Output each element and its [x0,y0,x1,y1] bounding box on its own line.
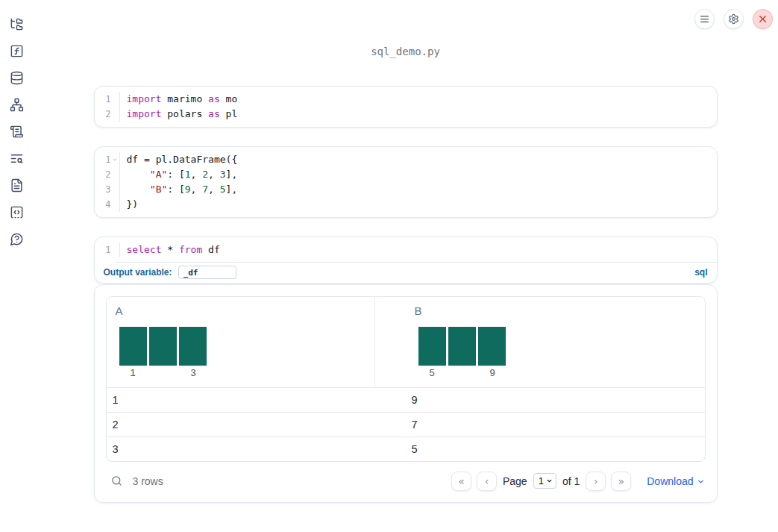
table-cell: 1 [107,388,406,412]
folder-tree-icon [10,17,24,31]
notebook-filename[interactable]: sql_demo.py [33,0,778,57]
table-row: 27 [107,413,705,437]
table-search-button[interactable] [110,475,123,487]
code-cell-dataframe[interactable]: 1df = pl.DataFrame({2 "A": [1, 2, 3],3 "… [94,146,718,218]
page-select-value: 1 [539,475,544,486]
chevron-left-icon: ‹ [485,476,489,486]
code-line: 1df = pl.DataFrame({ [95,152,717,167]
line-number: 2 [95,167,111,182]
sidebar-item-snippets[interactable] [9,205,24,219]
fold-spacer [111,242,119,257]
code-square-icon [10,205,24,219]
shutdown-button[interactable] [753,9,773,29]
page-of-label: of 1 [562,475,580,487]
code-editor-line[interactable]: "A": [1, 2, 3], [119,167,717,182]
sidebar-item-variables[interactable] [9,44,24,58]
notebook: 1import marimo as mo2import polars as pl… [94,86,718,503]
download-button[interactable]: Download [647,475,704,487]
histogram-bar [119,327,147,366]
table-header-row: A 13 B 59 [107,297,705,388]
chevron-right-icon: › [594,476,598,486]
function-square-icon [10,44,24,58]
table-cell: 2 [107,413,406,436]
chevron-down-icon [697,478,705,486]
line-gutter: 1 [95,152,119,167]
line-gutter: 3 [95,182,119,197]
line-gutter: 2 [95,167,119,182]
fold-spacer [111,167,119,182]
code-line: 2 "A": [1, 2, 3], [95,167,717,182]
code-cell-imports[interactable]: 1import marimo as mo2import polars as pl [94,86,718,128]
list-search-icon [10,151,24,166]
table-footer: 3 rows « ‹ Page 1 of 1 › » Download [106,471,706,491]
histogram-bar [478,327,506,366]
line-number: 1 [95,92,111,107]
panel-sidebar [0,0,33,532]
sidebar-item-data-sources[interactable] [9,71,24,85]
sidebar-item-documentation[interactable] [9,178,24,193]
table-cell: 3 [107,437,406,461]
histogram-bar [448,327,476,366]
code-editor-line[interactable]: df = pl.DataFrame({ [119,152,717,167]
code-editor-line[interactable]: import polars as pl [119,107,717,122]
settings-button[interactable] [724,9,744,29]
table-cell: 9 [406,388,705,412]
column-name: B [415,304,696,317]
chevrons-right-icon: » [618,476,624,486]
sidebar-item-scratchpad[interactable] [9,125,24,139]
histogram-bars [418,327,506,366]
fold-spacer [111,182,119,197]
axis-label: 5 [418,367,446,378]
table-cell: 7 [406,413,705,436]
output-variable-input[interactable] [178,266,236,279]
notebook-actions [694,9,773,29]
table-cell: 5 [406,437,705,461]
line-gutter: 2 [95,107,119,122]
sidebar-item-logs[interactable] [9,151,24,166]
sidebar-item-dependencies[interactable] [9,98,24,112]
axis-label: 3 [180,367,207,378]
prev-page-button[interactable]: ‹ [477,472,497,491]
code-line: 2import polars as pl [95,107,717,122]
help-bubble-icon [10,232,24,246]
histogram-bar [149,327,177,366]
axis-label: 1 [119,367,147,378]
code-editor-line[interactable]: "B": [9, 7, 5], [119,182,717,197]
column-header-a[interactable]: A 13 [107,297,406,387]
network-graph-icon [10,98,24,112]
chevron-down-icon [546,478,553,484]
download-label: Download [647,475,693,487]
table-body: 192735 [107,388,705,461]
column-histogram: 59 [418,327,506,378]
column-header-b[interactable]: B 59 [406,297,705,387]
code-editor-line[interactable]: select * from df [119,242,717,257]
next-page-button[interactable]: › [586,472,606,491]
table-row: 35 [107,437,705,461]
row-count: 3 rows [133,475,163,487]
code-line: 4}) [95,197,717,212]
code-cell-sql[interactable]: 1select * from df Output variable: sql [94,237,718,284]
first-page-button[interactable]: « [451,472,471,491]
code-line: 1select * from df [95,242,717,257]
code-editor-line[interactable]: }) [119,197,717,212]
sidebar-item-help[interactable] [9,232,24,246]
dataframe-table: A 13 B 59 192735 [106,296,706,462]
sidebar-item-file-explorer[interactable] [9,17,24,31]
scroll-text-icon [10,125,24,139]
database-icon [10,71,24,85]
fold-chevron-icon[interactable] [111,152,119,167]
notebook-menu-button[interactable] [694,9,715,29]
axis-label: 9 [479,367,506,378]
page-select[interactable]: 1 [533,473,556,489]
last-page-button[interactable]: » [611,472,631,491]
fold-spacer [111,197,119,212]
line-number: 2 [95,107,111,122]
histogram-bar [179,327,207,366]
search-icon [110,475,123,487]
line-number: 1 [95,152,111,167]
code-line: 1import marimo as mo [95,92,717,107]
code-line: 3 "B": [9, 7, 5], [95,182,717,197]
line-number: 3 [95,182,111,197]
code-editor-line[interactable]: import marimo as mo [119,92,717,107]
gear-icon [728,13,739,25]
